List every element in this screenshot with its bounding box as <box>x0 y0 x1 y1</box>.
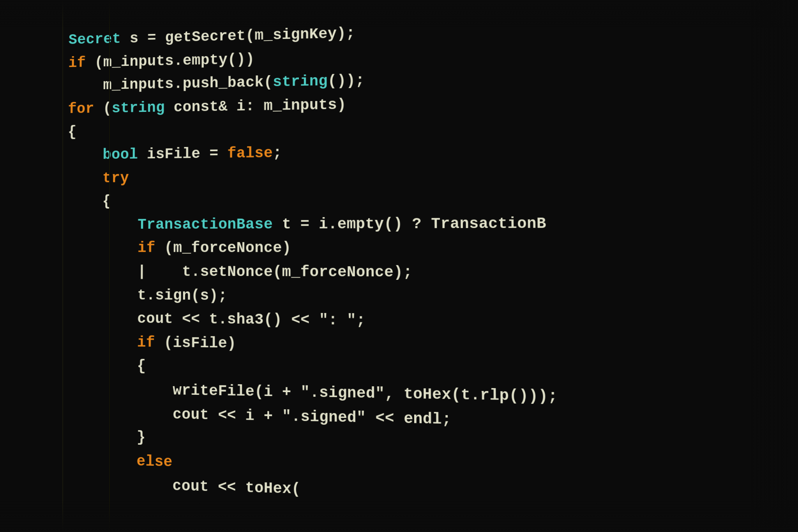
code-editor: Secret s = getSecret(m_signKey); if (m_i… <box>0 0 798 532</box>
indent-guide-1 <box>62 0 63 532</box>
top-gradient <box>0 0 798 27</box>
source-code: Secret s = getSecret(m_signKey); if (m_i… <box>17 0 559 509</box>
right-gradient <box>751 0 798 532</box>
indent-guide-2 <box>109 0 110 532</box>
code-content: Secret s = getSecret(m_signKey); if (m_i… <box>0 0 586 523</box>
bottom-gradient <box>0 501 798 532</box>
